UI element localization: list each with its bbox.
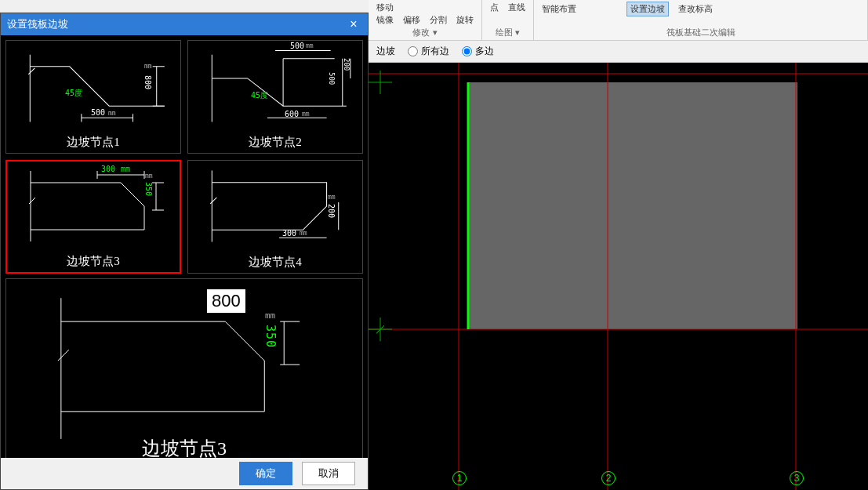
node2-dim1: 600 [285, 110, 299, 118]
preview-dim-v: 350 [263, 325, 278, 348]
ribbon-rotate[interactable]: 旋转 [456, 14, 474, 26]
node4-unit2: mm [328, 194, 336, 201]
radio-all-edges[interactable]: 所有边 [408, 45, 449, 58]
node2-angle: 45度 [251, 90, 268, 101]
radio-all-label: 所有边 [421, 45, 449, 58]
ribbon-group-raft: 智能布置 设置边坡 查改标高 筏板基础二次编辑 [534, 0, 868, 40]
ribbon-move[interactable]: 移动 [376, 2, 394, 13]
dialog-title-text: 设置筏板边坡 [7, 17, 68, 31]
preview-unit-v: mm [265, 310, 275, 321]
cancel-button[interactable]: 取消 [302, 462, 355, 485]
grid-label-2: 2 [601, 471, 616, 485]
main-panel: 移动 镜像 偏移 分割 旋转 修改 ▾ 点 直线 绘图 ▾ 智能布置 设 [369, 0, 868, 490]
node2-dim3: 500 [290, 42, 304, 50]
ribbon-check-elevation[interactable]: 查改标高 [678, 3, 713, 15]
ribbon-title-modify[interactable]: 修改 ▾ [376, 27, 474, 38]
node-grid: 45度 500 mm 800 mm 边坡节点1 [5, 40, 363, 274]
slope-node-4[interactable]: 300 mm 200 mm 边坡节点4 [187, 160, 363, 274]
grid-label-1: 1 [452, 471, 467, 485]
svg-line-1 [28, 68, 35, 74]
node1-dim2: 800 [143, 75, 152, 89]
node4-dim1: 300 [282, 229, 296, 238]
slope-node-1[interactable]: 45度 500 mm 800 mm 边坡节点1 [5, 40, 181, 154]
ribbon-point[interactable]: 点 [490, 2, 499, 13]
radio-all-edges-input[interactable] [408, 46, 418, 56]
radio-multi-edge-input[interactable] [462, 46, 472, 56]
ribbon-group-draw: 点 直线 绘图 ▾ [482, 0, 534, 40]
node4-dim2: 200 [327, 204, 336, 218]
node1-dim1: 500 [91, 108, 105, 117]
slope-node-2[interactable]: 45度 500 mm 600 mm 500 200 边坡节点2 [187, 40, 363, 154]
node1-unit1: mm [108, 110, 116, 117]
slope-node-3[interactable]: 300 mm 350 mm 边坡节点3 [5, 160, 181, 274]
grid-label-3: 3 [790, 471, 804, 485]
svg-line-24 [210, 198, 216, 204]
ribbon-group-modify: 移动 镜像 偏移 分割 旋转 修改 ▾ [369, 0, 482, 40]
option-label-slope: 边坡 [376, 45, 395, 58]
drawing-canvas[interactable]: 1 2 3 [369, 63, 868, 490]
dimension-input[interactable]: 800 [206, 289, 246, 314]
ribbon-set-slope[interactable]: 设置边坡 [626, 2, 669, 16]
ribbon-title-draw[interactable]: 绘图 ▾ [490, 27, 525, 38]
node2-unit1: mm [302, 111, 310, 118]
node3-dim1: 300 [101, 165, 115, 173]
raft-slab [468, 82, 797, 329]
dialog-footer: 确定 取消 [1, 458, 368, 489]
node3-unit1: mm [121, 165, 130, 173]
dialog-titlebar[interactable]: 设置筏板边坡 × [1, 13, 368, 35]
radio-multi-label: 多边 [475, 45, 494, 58]
node1-label: 边坡节点1 [6, 132, 180, 153]
dialog-body: 45度 500 mm 800 mm 边坡节点1 [1, 35, 368, 471]
node2-dim4: 200 [343, 58, 350, 71]
node1-unit2: mm [144, 63, 152, 70]
close-icon[interactable]: × [346, 16, 361, 32]
svg-line-16 [29, 198, 35, 204]
node4-unit1: mm [300, 230, 307, 237]
ok-button[interactable]: 确定 [239, 462, 292, 485]
node3-unit2: mm [145, 172, 153, 180]
node2-dim2: 500 [328, 72, 336, 85]
ribbon-split[interactable]: 分割 [430, 14, 447, 26]
node3-dim2: 350 [144, 182, 153, 196]
node3-label: 边坡节点3 [7, 251, 180, 272]
svg-line-28 [58, 350, 69, 361]
node2-label: 边坡节点2 [188, 132, 362, 153]
ribbon-title-raft: 筏板基础二次编辑 [542, 27, 859, 38]
option-bar: 边坡 所有边 多边 [369, 41, 868, 63]
ribbon-smart-layout[interactable]: 智能布置 [542, 3, 576, 15]
node1-angle: 45度 [65, 88, 82, 99]
node2-unit3: mm [306, 42, 314, 49]
ribbon-mirror[interactable]: 镜像 [376, 14, 394, 26]
slope-dialog: 设置筏板边坡 × 45度 [0, 13, 369, 490]
node4-label: 边坡节点4 [188, 252, 362, 273]
ribbon: 移动 镜像 偏移 分割 旋转 修改 ▾ 点 直线 绘图 ▾ 智能布置 设 [369, 0, 868, 41]
ribbon-offset[interactable]: 偏移 [403, 14, 420, 26]
radio-multi-edge[interactable]: 多边 [462, 45, 494, 58]
ribbon-line[interactable]: 直线 [508, 2, 525, 13]
preview-panel: 800 350 mm 边坡节点3 [5, 278, 363, 466]
